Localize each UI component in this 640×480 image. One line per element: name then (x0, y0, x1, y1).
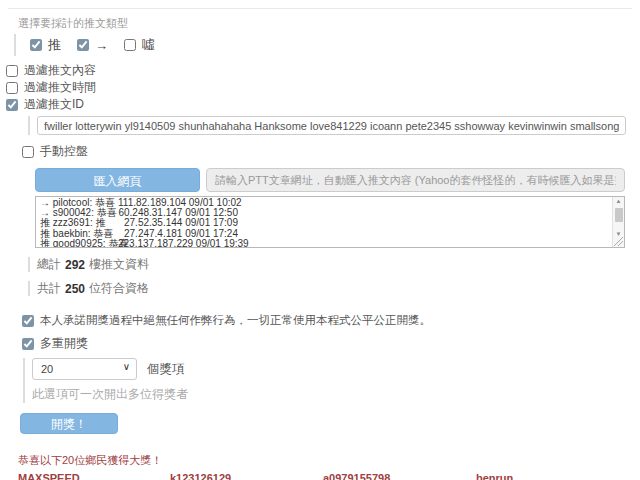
manual-control-label: 手動控盤 (40, 143, 88, 160)
boo-label: 噓 (142, 36, 155, 54)
scroll-up-icon[interactable]: ▲ (613, 197, 624, 206)
total-count: 292 (65, 258, 85, 272)
qualified-count: 250 (65, 282, 85, 296)
multi-draw-checkbox[interactable] (22, 338, 34, 350)
winner-name: benrun (476, 472, 626, 480)
pledge-checkbox[interactable] (22, 315, 34, 327)
push-type-group: 推 → 噓 (14, 34, 640, 56)
comment-text: 推 good90925: 恭喜 (40, 239, 118, 248)
qualified-prefix: 共計 (37, 280, 61, 297)
winner-name: MAXSPEED (18, 472, 170, 480)
comment-row: 推 good90925: 恭喜 223.137.187.229 09/01 19… (40, 239, 610, 248)
multi-draw-hint: 此選項可一次開出多位得獎者 (32, 386, 640, 403)
scroll-thumb[interactable] (615, 208, 623, 222)
stats: 總計 292 樓推文資料 共計 250 位符合資格 (0, 257, 640, 296)
filter-content-row: 過濾推文內容 (6, 62, 640, 79)
prize-count-row: 20 ∨ 個獎項 (32, 358, 640, 380)
winner-name: k123126129 (170, 472, 323, 480)
push-type-option: 噓 (124, 36, 155, 54)
pledge-row: 本人承諾開獎過程中絕無任何作弊行為，一切正常使用本程式公平公正開獎。 (22, 313, 640, 328)
total-comments-stat: 總計 292 樓推文資料 (28, 257, 640, 272)
qualified-suffix: 位符合資格 (89, 280, 149, 297)
filter-time-label: 過濾推文時間 (24, 79, 96, 96)
filter-time-checkbox[interactable] (6, 82, 18, 94)
import-row: 匯入網頁 (35, 168, 640, 192)
total-suffix: 樓推文資料 (89, 256, 149, 273)
prize-count-select[interactable]: 20 (32, 358, 137, 380)
id-filter-input[interactable] (37, 116, 626, 135)
comments-textarea[interactable]: → pilotcool: 恭喜 111.82.189.104 09/01 10:… (35, 196, 625, 248)
comment-meta: 223.137.187.229 09/01 19:39 (118, 239, 238, 248)
push-checkbox[interactable] (30, 39, 42, 51)
filter-id-row: 過濾推文ID (6, 96, 640, 113)
results-section: 恭喜以下20位鄉民獲得大獎！ MAXSPEED HWSA0824 fred075… (18, 453, 640, 480)
push-label: 推 (48, 36, 61, 54)
article-url-input[interactable] (206, 168, 625, 192)
push-type-option: → (77, 38, 108, 53)
results-heading: 恭喜以下20位鄉民獲得大獎！ (18, 453, 640, 468)
draw-button[interactable]: 開獎！ (20, 413, 118, 434)
filter-time-row: 過濾推文時間 (6, 79, 640, 96)
push-type-section-label: 選擇要採計的推文類型 (18, 16, 640, 31)
filter-id-label: 過濾推文ID (24, 96, 84, 113)
winners-grid: MAXSPEED HWSA0824 fred0755 tok255 Lin822… (18, 472, 640, 480)
id-filter-input-group (28, 116, 626, 135)
boo-checkbox[interactable] (124, 39, 136, 51)
winner-name: a0979155798 (323, 472, 476, 480)
multi-draw-row: 多重開獎 (22, 335, 640, 352)
prize-unit-label: 個獎項 (147, 361, 185, 378)
textarea-resize-grip[interactable] (614, 237, 623, 246)
import-webpage-button[interactable]: 匯入網頁 (35, 168, 200, 192)
prize-count-select-wrap: 20 ∨ (32, 358, 137, 380)
total-prefix: 總計 (37, 256, 61, 273)
comments-list: → pilotcool: 恭喜 111.82.189.104 09/01 10:… (36, 197, 624, 248)
manual-control-row: 手動控盤 (22, 144, 640, 159)
arrow-checkbox[interactable] (77, 39, 89, 51)
multi-draw-label: 多重開獎 (40, 335, 88, 352)
manual-control-checkbox[interactable] (22, 146, 34, 158)
pledge-label: 本人承諾開獎過程中絕無任何作弊行為，一切正常使用本程式公平公正開獎。 (40, 313, 431, 328)
filter-content-checkbox[interactable] (6, 65, 18, 77)
qualified-stat: 共計 250 位符合資格 (28, 281, 640, 296)
top-divider (8, 8, 632, 9)
arrow-label: → (95, 38, 108, 53)
filter-id-checkbox[interactable] (6, 99, 18, 111)
filter-content-label: 過濾推文內容 (24, 62, 96, 79)
prize-count-group: 20 ∨ 個獎項 此選項可一次開出多位得獎者 (23, 358, 640, 403)
push-type-option: 推 (30, 36, 61, 54)
